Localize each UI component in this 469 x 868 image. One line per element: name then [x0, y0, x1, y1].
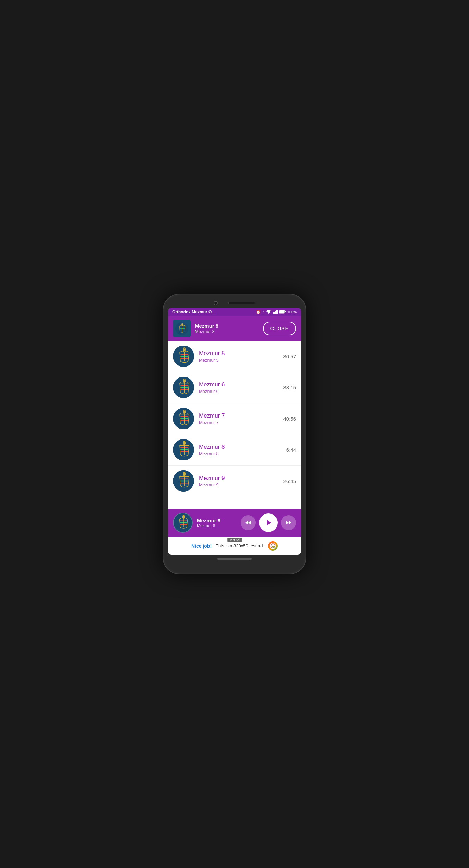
track-subtitle-0: Mezmur 5 — [199, 358, 278, 363]
track-name-2: Mezmur 7 — [199, 412, 278, 419]
track-info-2: Mezmur 7 Mezmur 7 — [199, 412, 278, 425]
status-icons: ⏰ ○ — [256, 310, 297, 314]
track-name-4: Mezmur 9 — [199, 475, 278, 482]
svg-marker-51 — [245, 521, 248, 525]
app-name-label: Orthodox Mezmur O... — [172, 310, 215, 314]
home-bar — [217, 558, 252, 560]
alarm-icon: ⏰ — [256, 310, 261, 314]
track-duration-2: 40:56 — [283, 416, 296, 422]
ad-logo — [268, 541, 278, 551]
phone-top — [168, 301, 301, 305]
camera-icon — [214, 301, 218, 305]
track-info-1: Mezmur 6 Mezmur 6 — [199, 381, 278, 394]
svg-marker-52 — [248, 521, 251, 525]
battery-icon — [279, 310, 286, 314]
track-name-3: Mezmur 8 — [199, 444, 281, 450]
rewind-button[interactable] — [241, 515, 256, 530]
track-info-0: Mezmur 5 Mezmur 5 — [199, 350, 278, 363]
close-button[interactable]: CLOSE — [263, 322, 296, 335]
notif-title: Mezmur 8 — [195, 323, 218, 329]
svg-rect-1 — [273, 312, 274, 314]
svg-rect-7 — [279, 310, 284, 313]
svg-rect-2 — [274, 312, 275, 314]
track-subtitle-1: Mezmur 6 — [199, 389, 278, 394]
status-bar: Orthodox Mezmur O... ⏰ ○ — [168, 308, 301, 316]
svg-marker-53 — [267, 520, 271, 525]
svg-rect-5 — [277, 310, 278, 314]
track-duration-1: 38:15 — [283, 385, 296, 390]
phone-bottom — [168, 558, 301, 560]
location-icon: ○ — [262, 310, 265, 314]
svg-point-58 — [273, 546, 274, 547]
track-subtitle-3: Mezmur 8 — [199, 451, 281, 456]
player-info: Mezmur 8 Mezmur 8 — [197, 518, 237, 528]
track-name-1: Mezmur 6 — [199, 381, 278, 388]
track-name-0: Mezmur 5 — [199, 350, 278, 357]
track-info-3: Mezmur 8 Mezmur 8 — [199, 444, 281, 456]
svg-rect-8 — [285, 311, 286, 312]
track-thumbnail-3 — [173, 439, 194, 460]
speaker — [228, 302, 255, 304]
track-subtitle-4: Mezmur 9 — [199, 482, 278, 487]
svg-marker-54 — [286, 521, 289, 525]
fast-forward-button[interactable] — [281, 515, 296, 530]
player-track-title: Mezmur 8 — [197, 518, 237, 523]
ad-text: This is a 320x50 test ad. — [216, 543, 264, 548]
player-controls — [241, 513, 296, 532]
track-item[interactable]: Mezmur 9 Mezmur 9 26:45 — [168, 466, 301, 496]
track-item[interactable]: Mezmur 7 Mezmur 7 40:56 — [168, 403, 301, 434]
track-thumbnail-4 — [173, 470, 194, 492]
track-thumbnail-0 — [173, 346, 194, 367]
svg-rect-3 — [275, 311, 276, 314]
track-thumbnail-2 — [173, 408, 194, 429]
play-button[interactable] — [259, 513, 278, 532]
signal-icon — [273, 310, 278, 314]
ad-banner: Test Ad Nice job! This is a 320x50 test … — [168, 537, 301, 555]
track-item[interactable]: Mezmur 5 Mezmur 5 30:57 — [168, 341, 301, 372]
ad-badge-label: Test Ad — [227, 538, 242, 542]
notif-thumbnail — [173, 320, 191, 337]
player-bar: Mezmur 8 Mezmur 8 — [168, 509, 301, 537]
svg-point-0 — [268, 313, 269, 314]
notification-banner: Mezmur 8 Mezmur 8 CLOSE — [168, 316, 301, 341]
notif-text-block: Mezmur 8 Mezmur 8 — [195, 323, 218, 334]
track-subtitle-2: Mezmur 7 — [199, 420, 278, 425]
track-list: Mezmur 5 Mezmur 5 30:57 — [168, 341, 301, 509]
player-thumbnail — [173, 513, 193, 533]
ad-highlight: Nice job! — [191, 543, 212, 549]
wifi-icon — [266, 310, 271, 314]
track-thumbnail-1 — [173, 377, 194, 398]
player-track-subtitle: Mezmur 8 — [197, 523, 237, 528]
phone-frame: Orthodox Mezmur O... ⏰ ○ — [163, 294, 306, 574]
svg-marker-55 — [289, 521, 291, 525]
track-duration-0: 30:57 — [283, 354, 296, 359]
phone-screen: Orthodox Mezmur O... ⏰ ○ — [168, 308, 301, 555]
track-duration-3: 6:44 — [286, 447, 296, 453]
svg-rect-4 — [276, 310, 277, 314]
track-info-4: Mezmur 9 Mezmur 9 — [199, 475, 278, 487]
notif-subtitle: Mezmur 8 — [195, 329, 218, 334]
track-item[interactable]: Mezmur 6 Mezmur 6 38:15 — [168, 372, 301, 403]
track-duration-4: 26:45 — [283, 478, 296, 484]
battery-percent: 100% — [287, 310, 297, 314]
notif-content: Mezmur 8 Mezmur 8 — [173, 320, 218, 337]
track-item[interactable]: Mezmur 8 Mezmur 8 6:44 — [168, 434, 301, 466]
